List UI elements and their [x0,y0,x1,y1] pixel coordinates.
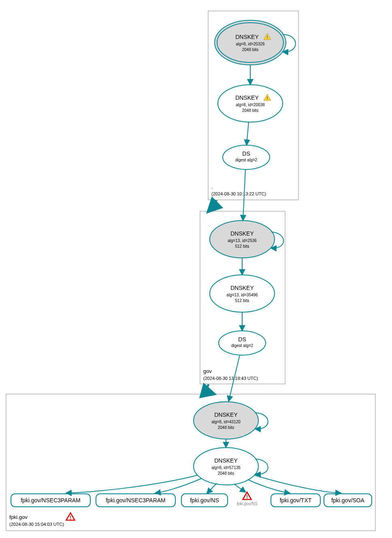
zone-root-ts: (2024-08-30 10:13:22 UTC) [211,191,266,196]
svg-text:fpki.gov/SOA: fpki.gov/SOA [331,497,364,504]
svg-text:2048 bits: 2048 bits [218,425,234,430]
zone-gov: gov (2024-08-30 13:18:43 UTC) DNSKEY alg… [200,211,285,384]
svg-text:fpki.gov/NS: fpki.gov/NS [190,497,219,504]
zone-gov-ts: (2024-08-30 13:18:43 UTC) [203,376,258,381]
edge-zone-gov-fpki [207,384,213,394]
svg-text:DNSKEY: DNSKEY [214,412,238,418]
svg-text:alg=8, id=43120: alg=8, id=43120 [211,420,241,424]
svg-text:2048 bits: 2048 bits [218,471,234,476]
svg-text:512 bits: 512 bits [235,298,249,303]
edge-zsk-rr6 [254,475,340,493]
svg-rect-27 [6,394,375,531]
edge-zsk-rr1 [67,475,198,493]
node-root-ds[interactable]: DS digest alg=2 [223,145,270,169]
svg-text:alg=13, id=2536: alg=13, id=2536 [228,238,257,243]
node-fpki-zsk[interactable]: DNSKEY alg=8, id=57135 2048 bits [194,448,258,485]
edge-zsk-rr4 [234,484,245,492]
edge-zsk-rr3 [207,483,217,493]
svg-text:fpki.gov/TXT: fpki.gov/TXT [280,497,312,504]
rrset-txt[interactable]: fpki.gov/TXT [271,494,320,507]
svg-text:2048 bits: 2048 bits [242,47,259,52]
zone-gov-name: gov [203,368,212,374]
zone-fpki: fpki.gov (2024-08-30 15:04:03 UTC) DNSKE… [6,394,375,531]
node-root-ksk[interactable]: DNSKEY alg=8, id=20326 2048 bits [215,20,286,65]
svg-text:DNSKEY: DNSKEY [214,457,238,464]
edge-rootzsk-rootds [247,122,249,144]
svg-text:DNSKEY: DNSKEY [230,285,254,291]
zone-root: . (2024-08-30 10:13:22 UTC) DNSKEY alg=8… [208,11,298,200]
svg-text:alg=8, id=20326: alg=8, id=20326 [236,42,265,46]
rrset-soa[interactable]: fpki.gov/SOA [324,494,372,507]
svg-text:alg=13, id=35496: alg=13, id=35496 [226,293,258,297]
error-icon [66,513,75,521]
node-root-zsk[interactable]: DNSKEY alg=8, id=20038 2048 bits [218,85,283,122]
rrset-ns-1[interactable]: fpki.gov/NS [181,494,228,507]
rrset-nsec3param-2[interactable]: fpki.gov/NSEC3PARAM [96,494,175,507]
svg-point-24 [219,331,266,355]
svg-text:512 bits: 512 bits [235,244,249,249]
svg-text:alg=8, id=20038: alg=8, id=20038 [236,103,265,107]
svg-text:fpki.gov/NS: fpki.gov/NS [236,502,257,506]
edge-zone-root-gov [209,200,217,211]
node-fpki-ksk[interactable]: DNSKEY alg=8, id=43120 2048 bits [194,402,258,439]
svg-text:2048 bits: 2048 bits [242,108,259,113]
zone-fpki-name: fpki.gov [9,514,28,520]
svg-text:alg=8, id=57135: alg=8, id=57135 [211,465,241,470]
node-gov-ds[interactable]: DS digest alg=2 [219,331,266,355]
svg-text:DNSKEY: DNSKEY [235,34,259,40]
svg-text:DNSKEY: DNSKEY [230,230,254,237]
edge-zsk-rr5 [248,480,289,493]
node-gov-zsk[interactable]: DNSKEY alg=13, id=35496 512 bits [210,275,275,312]
zone-fpki-ts: (2024-08-30 15:04:03 UTC) [9,522,64,527]
svg-text:fpki.gov/NSEC3PARAM: fpki.gov/NSEC3PARAM [21,497,81,504]
rrset-ns-2-error[interactable]: fpki.gov/NS [236,492,257,506]
rrset-nsec3param-1[interactable]: fpki.gov/NSEC3PARAM [11,494,90,507]
svg-text:digest alg=2: digest alg=2 [231,343,254,348]
svg-text:fpki.gov/NSEC3PARAM: fpki.gov/NSEC3PARAM [106,497,166,504]
svg-text:DNSKEY: DNSKEY [235,94,259,101]
zone-root-name: . [211,184,213,190]
svg-text:digest alg=2: digest alg=2 [235,158,258,162]
svg-text:DS: DS [238,336,246,343]
edge-zsk-rr2 [156,478,202,493]
error-icon [243,492,251,500]
svg-point-12 [223,145,270,169]
node-gov-ksk[interactable]: DNSKEY alg=13, id=2536 512 bits [210,221,275,258]
svg-text:DS: DS [242,150,250,157]
